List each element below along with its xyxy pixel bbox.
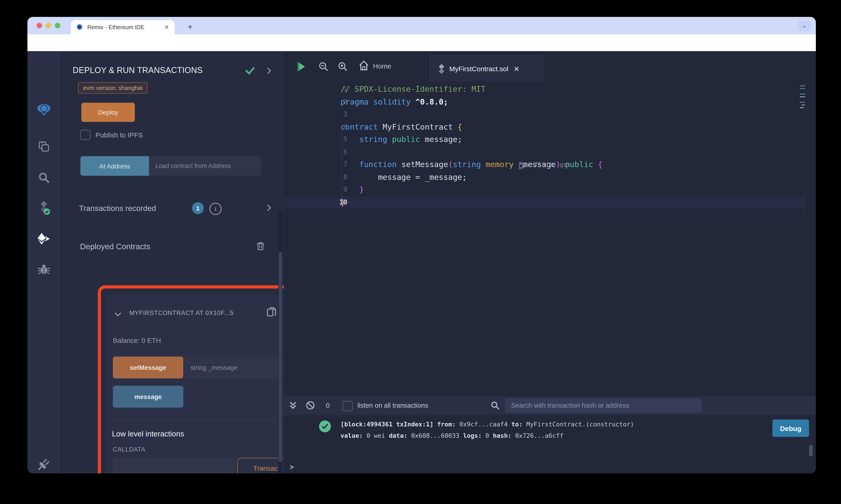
calldata-label: CALLDATA (113, 446, 145, 453)
panel-scrollbar[interactable] (278, 211, 282, 473)
evm-version-badge: evm version: shanghai (78, 82, 148, 94)
terminal-search-input[interactable]: Search with transaction hash or address (505, 398, 702, 413)
terminal-search-icon (491, 401, 500, 410)
gas-estimate-annotation: infinite gas (519, 158, 570, 171)
contract-balance: Balance: 0 ETH (113, 337, 161, 344)
home-icon (359, 60, 369, 71)
terminal-prompt[interactable]: > (290, 463, 294, 471)
remix-favicon-icon (76, 23, 83, 31)
debug-button[interactable]: Debug (772, 419, 809, 437)
search-icon[interactable] (37, 170, 51, 185)
browser-window: Remix - Ethereum IDE ✕ + ⌄ ← → ⟳ remix.e… (28, 17, 816, 473)
at-address-input[interactable]: Load contract from Address (149, 156, 261, 176)
zoom-in-icon[interactable] (338, 61, 348, 72)
clear-console-icon[interactable] (306, 401, 315, 410)
at-address-button[interactable]: At Address (81, 156, 149, 176)
terminal-count: 0 (326, 401, 330, 409)
set-message-button[interactable]: setMessage (113, 357, 183, 378)
run-script-play-icon[interactable] (297, 61, 306, 72)
code-line: // SPDX-License-Identifier: MIT (341, 83, 486, 96)
set-message-placeholder: string _message (191, 364, 238, 371)
transactions-count-badge: 1 (192, 202, 204, 214)
message-button[interactable]: message (113, 386, 183, 408)
tab-title: Remix - Ethereum IDE (87, 24, 144, 30)
editor-tab-bar: Home MyFirstContract.sol ✕ (284, 51, 816, 81)
new-tab-button[interactable]: + (185, 22, 195, 33)
minimap[interactable] (800, 85, 805, 116)
line-number: 3 (311, 108, 347, 121)
code-editor[interactable]: 12345678910 // SPDX-License-Identifier: … (284, 81, 805, 395)
contract-collapse-chevron-icon[interactable] (115, 310, 121, 317)
zoom-out-icon[interactable] (319, 61, 329, 72)
icon-rail: ⚙ (28, 51, 60, 473)
deploy-run-panel: DEPLOY & RUN TRANSACTIONS evm version: s… (60, 51, 284, 473)
transactions-info-icon[interactable]: i (209, 203, 222, 215)
plugin-manager-icon[interactable] (37, 457, 51, 472)
panel-expand-chevron-icon[interactable] (265, 68, 271, 74)
transaction-log[interactable]: [block:4994361 txIndex:1] from: 0x9cf...… (341, 419, 638, 442)
terminal-scrollbar-thumb[interactable] (809, 445, 813, 456)
at-address-placeholder: Load contract from Address (155, 163, 231, 169)
card-divider (113, 420, 294, 421)
screen: Remix - Ethereum IDE ✕ + ⌄ ← → ⟳ remix.e… (0, 0, 841, 504)
tab-home[interactable]: Home (359, 60, 391, 71)
calldata-input[interactable] (113, 458, 235, 473)
minimap-separator (805, 81, 805, 395)
terminal: 0 listen on all transactions Search with… (284, 395, 816, 473)
line-number: 6 (311, 146, 347, 158)
browser-tab-strip: Remix - Ethereum IDE ✕ + ⌄ (28, 17, 816, 34)
tab-myfirstcontract[interactable]: MyFirstContract.sol ✕ (430, 55, 543, 82)
publish-ipfs-checkbox[interactable] (80, 130, 90, 140)
copy-address-icon[interactable] (267, 306, 276, 317)
current-line-highlight (284, 196, 805, 209)
terminal-search-placeholder: Search with transaction hash or address (511, 402, 629, 409)
collapse-terminal-icon[interactable] (289, 401, 297, 410)
tab-file-label: MyFirstContract.sol (449, 65, 508, 73)
solidity-compiler-icon[interactable] (37, 200, 51, 215)
log-line: value: 0 wei data: 0x608...60033 logs: 0… (341, 430, 638, 442)
log-line: [block:4994361 txIndex:1] from: 0x9cf...… (341, 419, 638, 430)
listen-all-label: listen on all transactions (357, 402, 428, 409)
deploy-button[interactable]: Deploy (81, 103, 135, 122)
code-line: message = _message; (341, 171, 467, 183)
deployed-contracts-label: Deployed Contracts (80, 242, 150, 252)
close-file-tab-icon[interactable]: ✕ (514, 65, 519, 72)
set-message-input[interactable]: string _message (184, 357, 283, 378)
panel-scrollbar-thumb[interactable] (279, 252, 282, 462)
close-tab-icon[interactable]: ✕ (164, 24, 169, 31)
browser-toolbar: ← → ⟳ remix.ethereum.org/#lang=en&optimi… (28, 34, 816, 52)
tab-home-label: Home (373, 62, 391, 70)
contract-title: MYFIRSTCONTRACT AT 0X10F...5 (130, 309, 234, 317)
file-explorer-icon[interactable] (37, 139, 51, 154)
debugger-icon[interactable] (37, 262, 51, 277)
code-line: } (341, 196, 345, 209)
browser-tab[interactable]: Remix - Ethereum IDE ✕ (71, 20, 175, 34)
maximize-window-button[interactable] (55, 23, 60, 28)
tab-search-button[interactable]: ⌄ (798, 21, 811, 31)
remix-logo-icon[interactable] (37, 103, 51, 117)
low-level-label: Low level interactions (112, 430, 184, 438)
gas-pump-icon (519, 162, 525, 168)
code-line: contract MyFirstContract { (341, 121, 462, 133)
transactions-recorded-label: Transactions recorded (79, 204, 156, 213)
publish-ipfs-label: Publish to IPFS (96, 131, 143, 139)
transactions-expand-chevron-icon[interactable] (265, 204, 271, 211)
terminal-header: 0 listen on all transactions Search with… (284, 395, 816, 415)
trash-icon[interactable] (256, 241, 265, 251)
deployed-contract-card: MYFIRSTCONTRACT AT 0X10F...5 ✕ Balance: … (106, 294, 299, 473)
compile-success-check-icon (245, 67, 255, 75)
tx-success-icon (319, 420, 331, 432)
code-line: pragma solidity ^0.8.0; (341, 96, 448, 108)
minimize-window-button[interactable] (46, 23, 51, 28)
close-window-button[interactable] (37, 23, 42, 28)
code-line: string public message; (341, 133, 462, 146)
solidity-file-icon (438, 64, 445, 74)
panel-title: DEPLOY & RUN TRANSACTIONS (73, 66, 203, 75)
deploy-and-run-icon[interactable] (37, 232, 51, 246)
listen-all-checkbox[interactable] (342, 401, 353, 411)
code-line: } (341, 183, 364, 196)
